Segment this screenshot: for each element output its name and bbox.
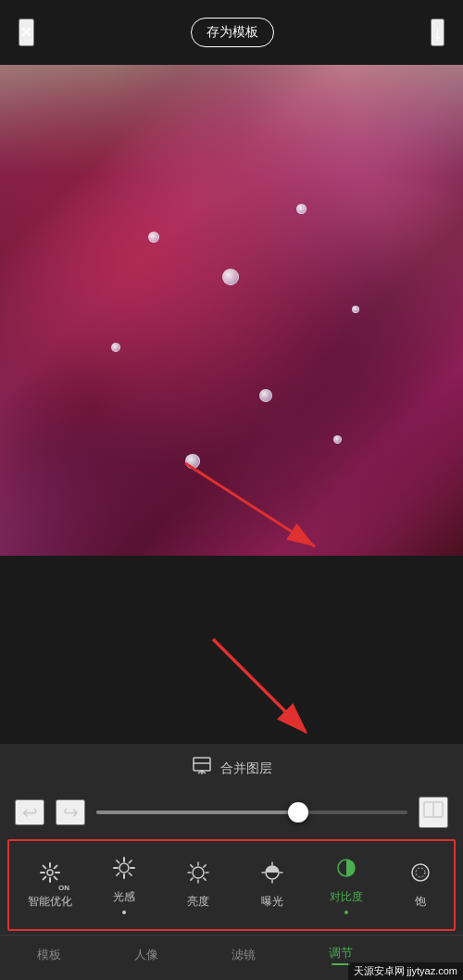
brightness-icon xyxy=(186,861,210,890)
tool-exposure[interactable]: 曝光 xyxy=(235,857,309,913)
svg-line-11 xyxy=(44,866,46,869)
nav-portrait-label: 人像 xyxy=(134,947,158,963)
brightness-label: 亮度 xyxy=(187,894,209,910)
nav-template-label: 模板 xyxy=(37,947,61,963)
svg-point-15 xyxy=(47,870,53,875)
svg-line-32 xyxy=(204,865,206,867)
svg-line-30 xyxy=(191,865,193,867)
merge-layer-row: 合并图层 xyxy=(0,744,463,789)
exposure-icon xyxy=(260,861,284,890)
drop-6 xyxy=(185,454,200,469)
undo-button[interactable]: ↩ xyxy=(15,799,44,825)
svg-line-24 xyxy=(117,873,119,875)
saturation-label: 饱 xyxy=(415,894,426,910)
svg-line-12 xyxy=(55,877,57,880)
download-button[interactable]: ↓ xyxy=(431,19,444,46)
tool-light-sense[interactable]: 光感 xyxy=(87,852,161,918)
drop-2 xyxy=(222,269,239,285)
on-badge: ON xyxy=(58,884,69,892)
tool-brightness[interactable]: 亮度 xyxy=(161,857,235,913)
svg-line-22 xyxy=(129,873,131,875)
svg-point-41 xyxy=(416,868,425,877)
nav-portrait[interactable]: 人像 xyxy=(134,947,158,963)
light-sense-icon xyxy=(112,856,136,886)
drop-7 xyxy=(296,204,307,214)
close-button[interactable]: × xyxy=(19,19,34,46)
merge-layer-label: 合并图层 xyxy=(220,760,272,777)
nav-filter-label: 滤镜 xyxy=(232,947,256,963)
light-sense-dot xyxy=(122,911,126,914)
nav-adjust-label: 调节 xyxy=(329,945,353,961)
svg-point-16 xyxy=(119,863,129,873)
nav-filter[interactable]: 滤镜 xyxy=(232,947,256,963)
svg-line-43 xyxy=(213,639,306,732)
compare-button[interactable] xyxy=(419,797,448,828)
svg-point-40 xyxy=(412,864,429,881)
svg-point-25 xyxy=(193,867,204,878)
contrast-label: 对比度 xyxy=(330,889,363,905)
merge-icon xyxy=(191,755,213,782)
exposure-label: 曝光 xyxy=(261,894,283,910)
svg-line-21 xyxy=(117,861,119,863)
svg-line-33 xyxy=(191,878,193,880)
drop-8 xyxy=(333,435,342,444)
svg-line-14 xyxy=(44,877,46,880)
svg-line-13 xyxy=(55,866,57,869)
bottom-panel: 合并图层 ↩ ↪ xyxy=(0,744,463,980)
slider-thumb[interactable] xyxy=(288,802,308,823)
contrast-icon xyxy=(334,856,358,886)
top-bar: × 存为模板 ↓ xyxy=(0,0,463,65)
save-template-button[interactable]: 存为模板 xyxy=(191,18,274,47)
light-sense-label: 光感 xyxy=(113,889,135,905)
tool-row: ON 智能优化 xyxy=(9,845,454,925)
slider-fill xyxy=(96,810,298,814)
contrast-dot xyxy=(344,911,348,914)
smart-optimize-icon: ON xyxy=(38,861,62,890)
drop-3 xyxy=(111,343,120,352)
photo-canvas xyxy=(0,65,463,556)
tool-saturation[interactable]: 饱 xyxy=(383,857,454,913)
tool-contrast[interactable]: 对比度 xyxy=(309,852,383,918)
svg-line-31 xyxy=(204,878,206,880)
slider-track xyxy=(96,810,407,814)
nav-template[interactable]: 模板 xyxy=(37,947,61,963)
redo-button[interactable]: ↪ xyxy=(56,799,85,825)
saturation-icon xyxy=(408,861,432,890)
drop-4 xyxy=(259,389,272,402)
slider-row: ↩ ↪ xyxy=(0,789,463,836)
adjustment-slider[interactable] xyxy=(96,810,407,814)
tool-smart-optimize[interactable]: ON 智能优化 xyxy=(13,857,87,913)
water-drops xyxy=(0,65,463,556)
drop-1 xyxy=(148,232,159,243)
svg-rect-2 xyxy=(194,758,210,771)
svg-line-23 xyxy=(129,861,131,863)
tool-row-wrapper: ON 智能优化 xyxy=(7,839,456,931)
watermark: 天源安卓网 jjytyaz.com xyxy=(348,962,463,980)
drop-5 xyxy=(352,306,359,313)
smart-optimize-label: 智能优化 xyxy=(28,894,72,910)
